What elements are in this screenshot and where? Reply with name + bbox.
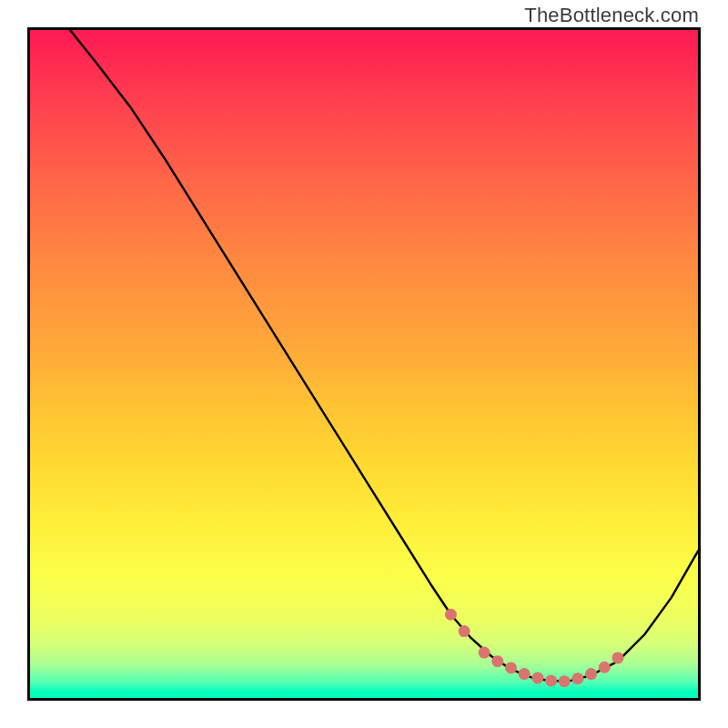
marker-group — [445, 609, 623, 687]
curve-layer — [30, 30, 698, 698]
curve-marker — [519, 668, 531, 680]
curve-marker — [612, 652, 623, 663]
curve-marker — [531, 672, 543, 683]
watermark-text: TheBottleneck.com — [524, 4, 699, 27]
curve-marker — [545, 674, 557, 686]
curve-marker — [599, 662, 611, 673]
curve-marker — [479, 647, 490, 659]
curve-marker — [559, 675, 571, 687]
curve-marker — [491, 655, 503, 667]
bottleneck-curve — [70, 30, 698, 682]
plot-area — [27, 27, 701, 701]
curve-marker — [445, 609, 457, 621]
curve-marker — [505, 662, 517, 673]
curve-marker — [585, 668, 597, 680]
curve-marker — [571, 672, 583, 684]
curve-marker — [459, 625, 470, 637]
chart-frame: TheBottleneck.com — [0, 0, 728, 728]
